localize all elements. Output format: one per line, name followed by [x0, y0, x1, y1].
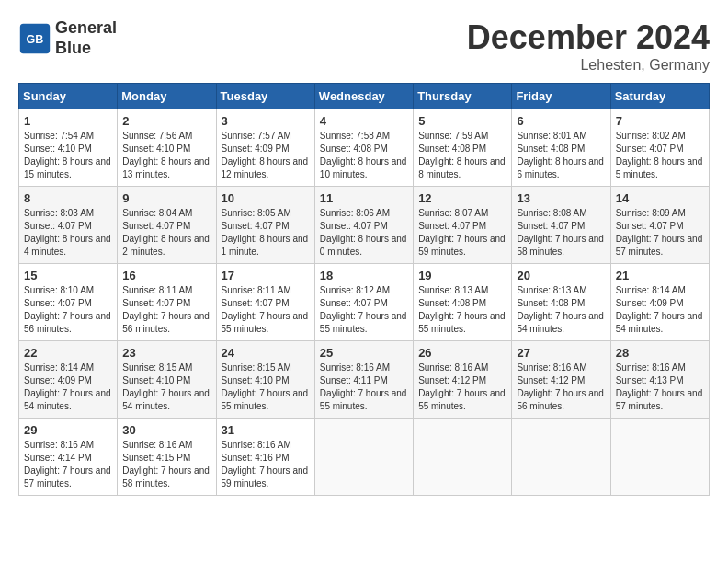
- day-number: 23: [122, 346, 210, 360]
- calendar-cell: 29 Sunrise: 8:16 AM Sunset: 4:14 PM Dayl…: [19, 419, 118, 496]
- day-info: Sunrise: 8:09 AM Sunset: 4:07 PM Dayligh…: [616, 207, 704, 259]
- calendar-table: SundayMondayTuesdayWednesdayThursdayFrid…: [18, 83, 710, 496]
- calendar-cell: 28 Sunrise: 8:16 AM Sunset: 4:13 PM Dayl…: [610, 341, 709, 419]
- day-number: 29: [24, 423, 112, 437]
- day-info: Sunrise: 7:58 AM Sunset: 4:08 PM Dayligh…: [320, 130, 408, 181]
- calendar-week-row: 29 Sunrise: 8:16 AM Sunset: 4:14 PM Dayl…: [19, 419, 710, 496]
- day-number: 1: [24, 114, 112, 128]
- calendar-cell: 23 Sunrise: 8:15 AM Sunset: 4:10 PM Dayl…: [118, 341, 216, 419]
- calendar-week-row: 15 Sunrise: 8:10 AM Sunset: 4:07 PM Dayl…: [19, 264, 710, 341]
- calendar-cell: 17 Sunrise: 8:11 AM Sunset: 4:07 PM Dayl…: [216, 264, 314, 341]
- calendar-cell: 6 Sunrise: 8:01 AM Sunset: 4:08 PM Dayli…: [512, 109, 610, 187]
- day-info: Sunrise: 8:13 AM Sunset: 4:08 PM Dayligh…: [517, 284, 605, 336]
- day-number: 13: [517, 191, 605, 205]
- calendar-header-monday: Monday: [118, 84, 216, 109]
- calendar-cell: 16 Sunrise: 8:11 AM Sunset: 4:07 PM Dayl…: [118, 264, 216, 341]
- calendar-cell: 21 Sunrise: 8:14 AM Sunset: 4:09 PM Dayl…: [610, 264, 709, 341]
- day-number: 15: [24, 269, 112, 282]
- day-number: 12: [418, 191, 506, 205]
- logo-line2: Blue: [55, 39, 91, 57]
- logo-icon: GB: [18, 22, 51, 55]
- day-number: 7: [616, 114, 704, 128]
- day-number: 20: [517, 269, 605, 282]
- page-header: GB General Blue December 2024 Lehesten, …: [18, 18, 710, 74]
- calendar-cell: [512, 419, 610, 496]
- day-number: 30: [122, 423, 210, 437]
- day-info: Sunrise: 8:11 AM Sunset: 4:07 PM Dayligh…: [122, 284, 210, 336]
- day-number: 16: [122, 269, 210, 282]
- calendar-header-saturday: Saturday: [610, 84, 709, 109]
- logo: GB General Blue: [18, 18, 117, 58]
- calendar-cell: 24 Sunrise: 8:15 AM Sunset: 4:10 PM Dayl…: [216, 341, 314, 419]
- calendar-cell: 9 Sunrise: 8:04 AM Sunset: 4:07 PM Dayli…: [118, 187, 216, 264]
- day-info: Sunrise: 7:56 AM Sunset: 4:10 PM Dayligh…: [122, 130, 210, 181]
- calendar-week-row: 1 Sunrise: 7:54 AM Sunset: 4:10 PM Dayli…: [19, 109, 710, 187]
- calendar-cell: 5 Sunrise: 7:59 AM Sunset: 4:08 PM Dayli…: [414, 109, 512, 187]
- day-number: 5: [418, 114, 506, 128]
- svg-text:GB: GB: [27, 33, 44, 46]
- day-info: Sunrise: 8:04 AM Sunset: 4:07 PM Dayligh…: [122, 207, 210, 259]
- day-info: Sunrise: 8:13 AM Sunset: 4:08 PM Dayligh…: [418, 284, 506, 336]
- day-info: Sunrise: 8:15 AM Sunset: 4:10 PM Dayligh…: [222, 362, 310, 413]
- day-info: Sunrise: 8:16 AM Sunset: 4:11 PM Dayligh…: [320, 362, 408, 413]
- day-info: Sunrise: 8:16 AM Sunset: 4:15 PM Dayligh…: [122, 439, 210, 490]
- day-number: 27: [517, 346, 605, 360]
- day-info: Sunrise: 8:12 AM Sunset: 4:07 PM Dayligh…: [320, 284, 408, 336]
- calendar-header-row: SundayMondayTuesdayWednesdayThursdayFrid…: [19, 84, 710, 109]
- day-info: Sunrise: 8:06 AM Sunset: 4:07 PM Dayligh…: [320, 207, 408, 259]
- day-number: 19: [418, 269, 506, 282]
- day-info: Sunrise: 8:16 AM Sunset: 4:12 PM Dayligh…: [418, 362, 506, 413]
- day-number: 21: [616, 269, 704, 282]
- calendar-cell: [414, 419, 512, 496]
- calendar-cell: 20 Sunrise: 8:13 AM Sunset: 4:08 PM Dayl…: [512, 264, 610, 341]
- day-number: 25: [320, 346, 408, 360]
- calendar-cell: 8 Sunrise: 8:03 AM Sunset: 4:07 PM Dayli…: [19, 187, 118, 264]
- calendar-header-tuesday: Tuesday: [216, 84, 314, 109]
- calendar-cell: 4 Sunrise: 7:58 AM Sunset: 4:08 PM Dayli…: [314, 109, 413, 187]
- title-block: December 2024 Lehesten, Germany: [467, 18, 710, 74]
- calendar-cell: 25 Sunrise: 8:16 AM Sunset: 4:11 PM Dayl…: [314, 341, 413, 419]
- day-info: Sunrise: 8:05 AM Sunset: 4:07 PM Dayligh…: [222, 207, 310, 259]
- calendar-cell: 14 Sunrise: 8:09 AM Sunset: 4:07 PM Dayl…: [610, 187, 709, 264]
- day-info: Sunrise: 8:16 AM Sunset: 4:16 PM Dayligh…: [222, 439, 310, 490]
- logo-text: General Blue: [55, 18, 117, 58]
- day-number: 6: [517, 114, 605, 128]
- day-info: Sunrise: 8:14 AM Sunset: 4:09 PM Dayligh…: [616, 284, 704, 336]
- calendar-cell: 15 Sunrise: 8:10 AM Sunset: 4:07 PM Dayl…: [19, 264, 118, 341]
- calendar-cell: 12 Sunrise: 8:07 AM Sunset: 4:07 PM Dayl…: [414, 187, 512, 264]
- day-number: 14: [616, 191, 704, 205]
- day-info: Sunrise: 8:03 AM Sunset: 4:07 PM Dayligh…: [24, 207, 112, 259]
- calendar-cell: 18 Sunrise: 8:12 AM Sunset: 4:07 PM Dayl…: [314, 264, 413, 341]
- calendar-cell: 1 Sunrise: 7:54 AM Sunset: 4:10 PM Dayli…: [19, 109, 118, 187]
- day-info: Sunrise: 8:16 AM Sunset: 4:14 PM Dayligh…: [24, 439, 112, 490]
- day-info: Sunrise: 7:59 AM Sunset: 4:08 PM Dayligh…: [418, 130, 506, 181]
- day-info: Sunrise: 8:14 AM Sunset: 4:09 PM Dayligh…: [24, 362, 112, 413]
- calendar-header-wednesday: Wednesday: [314, 84, 413, 109]
- day-info: Sunrise: 8:10 AM Sunset: 4:07 PM Dayligh…: [24, 284, 112, 336]
- day-info: Sunrise: 8:16 AM Sunset: 4:12 PM Dayligh…: [517, 362, 605, 413]
- calendar-cell: 22 Sunrise: 8:14 AM Sunset: 4:09 PM Dayl…: [19, 341, 118, 419]
- day-info: Sunrise: 7:54 AM Sunset: 4:10 PM Dayligh…: [24, 130, 112, 181]
- day-info: Sunrise: 8:11 AM Sunset: 4:07 PM Dayligh…: [222, 284, 310, 336]
- calendar-cell: 13 Sunrise: 8:08 AM Sunset: 4:07 PM Dayl…: [512, 187, 610, 264]
- day-number: 18: [320, 269, 408, 282]
- calendar-cell: 26 Sunrise: 8:16 AM Sunset: 4:12 PM Dayl…: [414, 341, 512, 419]
- day-number: 28: [616, 346, 704, 360]
- day-number: 26: [418, 346, 506, 360]
- calendar-header-friday: Friday: [512, 84, 610, 109]
- logo-line1: General: [55, 18, 117, 37]
- calendar-week-row: 8 Sunrise: 8:03 AM Sunset: 4:07 PM Dayli…: [19, 187, 710, 264]
- calendar-cell: 30 Sunrise: 8:16 AM Sunset: 4:15 PM Dayl…: [118, 419, 216, 496]
- day-info: Sunrise: 8:15 AM Sunset: 4:10 PM Dayligh…: [122, 362, 210, 413]
- month-title: December 2024: [467, 18, 710, 57]
- calendar-cell: [610, 419, 709, 496]
- day-info: Sunrise: 8:08 AM Sunset: 4:07 PM Dayligh…: [517, 207, 605, 259]
- calendar-cell: 7 Sunrise: 8:02 AM Sunset: 4:07 PM Dayli…: [610, 109, 709, 187]
- calendar-cell: 11 Sunrise: 8:06 AM Sunset: 4:07 PM Dayl…: [314, 187, 413, 264]
- day-number: 8: [24, 191, 112, 205]
- day-info: Sunrise: 8:07 AM Sunset: 4:07 PM Dayligh…: [418, 207, 506, 259]
- day-info: Sunrise: 7:57 AM Sunset: 4:09 PM Dayligh…: [222, 130, 310, 181]
- day-number: 22: [24, 346, 112, 360]
- day-number: 2: [122, 114, 210, 128]
- calendar-cell: 27 Sunrise: 8:16 AM Sunset: 4:12 PM Dayl…: [512, 341, 610, 419]
